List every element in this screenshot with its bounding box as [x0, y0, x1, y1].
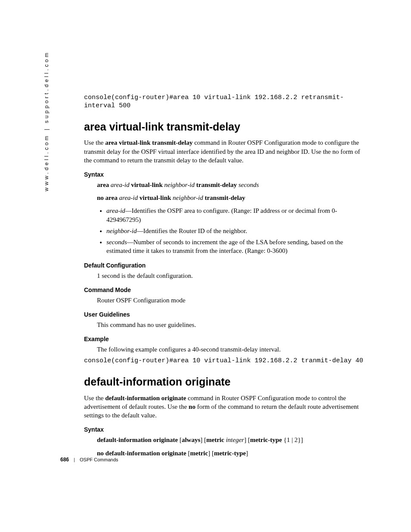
- syn-token: virtual-link: [129, 181, 164, 188]
- syn-token: metric: [206, 436, 226, 443]
- intro-bold2: no: [189, 403, 196, 410]
- syn-token: area-id: [119, 194, 138, 201]
- section1-intro: Use the area virtual-link transmit-delay…: [84, 138, 364, 165]
- command-mode-body: Router OSPF Configuration mode: [97, 296, 364, 305]
- syn-token: ] [: [200, 436, 206, 443]
- syn-token: neighbor-id: [173, 194, 205, 201]
- subhead-syntax-1: Syntax: [84, 171, 364, 179]
- list-item: neighbor-id—Identifies the Router ID of …: [106, 227, 364, 235]
- intro-bold: default-information originate: [105, 395, 186, 401]
- user-guidelines-body: This command has no user guidelines.: [97, 320, 364, 329]
- param-desc: —Identifies the Router ID of the neighbo…: [137, 227, 247, 234]
- page-content: console(config-router)#area 10 virtual-l…: [84, 94, 364, 462]
- syn-token: integer: [226, 436, 244, 443]
- syn-token: metric: [190, 450, 208, 457]
- syn-token: area: [97, 181, 111, 188]
- footer-label: OSPF Commands: [80, 457, 118, 462]
- section-title-2: default-information originate: [84, 375, 364, 389]
- subhead-default-config: Default Configuration: [84, 261, 364, 270]
- param-desc: —Identifies the OSPF area to configure. …: [106, 207, 337, 223]
- syn-token: area-id: [111, 181, 130, 188]
- example-body: The following example configures a 40-se…: [97, 345, 364, 354]
- sidebar-url-text: www.dell.com | support.dell.com: [43, 51, 50, 191]
- syn-token: metric-type: [250, 436, 282, 443]
- syn-token: [: [187, 450, 190, 457]
- subhead-user-guidelines: User Guidelines: [84, 311, 364, 319]
- section2-intro: Use the default-information originate co…: [84, 394, 364, 420]
- list-item: area-id—Identifies the OSPF area to conf…: [106, 206, 364, 224]
- syn-token: ] [: [208, 450, 214, 457]
- intro-bold: area virtual-link transmit-delay: [105, 139, 193, 146]
- syn-token: no default-information originate: [97, 450, 187, 457]
- syn-token: ]: [246, 450, 248, 457]
- syn-token: always: [182, 436, 200, 443]
- param-name: area-id: [106, 207, 125, 214]
- default-config-body: 1 second is the default configuration.: [97, 271, 364, 280]
- syn-token: ] [: [244, 436, 250, 443]
- syntax-line-2b: no default-information originate [metric…: [97, 449, 364, 457]
- syn-token: default-information originate: [97, 436, 178, 443]
- intro-pre: Use the: [84, 395, 105, 401]
- footer-separator: |: [74, 457, 75, 462]
- syn-token: no area: [97, 194, 119, 201]
- intro-pre: Use the: [84, 139, 105, 146]
- section-title-1: area virtual-link transmit-delay: [84, 120, 364, 134]
- syn-token: virtual-link: [138, 194, 173, 201]
- syn-token: {1 | 2}]: [282, 436, 303, 443]
- param-name: neighbor-id: [106, 227, 137, 234]
- syntax-line-1a: area area-id virtual-link neighbor-id tr…: [97, 180, 364, 189]
- subhead-command-mode: Command Mode: [84, 286, 364, 294]
- param-name: seconds: [106, 239, 127, 246]
- syntax-line-2a: default-information originate [always] […: [97, 436, 364, 444]
- syn-token: neighbor-id: [164, 181, 196, 188]
- page-number: 686: [60, 457, 69, 463]
- syn-token: seconds: [238, 181, 259, 188]
- syn-token: metric-type: [214, 450, 246, 457]
- syn-token: transmit-delay: [205, 194, 245, 201]
- code-block-example: console(config-router)#area 10 virtual-l…: [84, 357, 364, 365]
- subhead-syntax-2: Syntax: [84, 426, 364, 434]
- code-block-top: console(config-router)#area 10 virtual-l…: [84, 94, 364, 110]
- param-desc: —Number of seconds to increment the age …: [106, 239, 343, 254]
- subhead-example: Example: [84, 335, 364, 343]
- parameter-list-1: area-id—Identifies the OSPF area to conf…: [97, 206, 364, 255]
- syntax-line-1b: no area area-id virtual-link neighbor-id…: [97, 193, 364, 202]
- page-footer: 686 | OSPF Commands: [60, 456, 118, 463]
- syn-token: transmit-delay: [196, 181, 239, 188]
- list-item: seconds—Number of seconds to increment t…: [106, 238, 364, 255]
- syn-token: [: [178, 436, 182, 443]
